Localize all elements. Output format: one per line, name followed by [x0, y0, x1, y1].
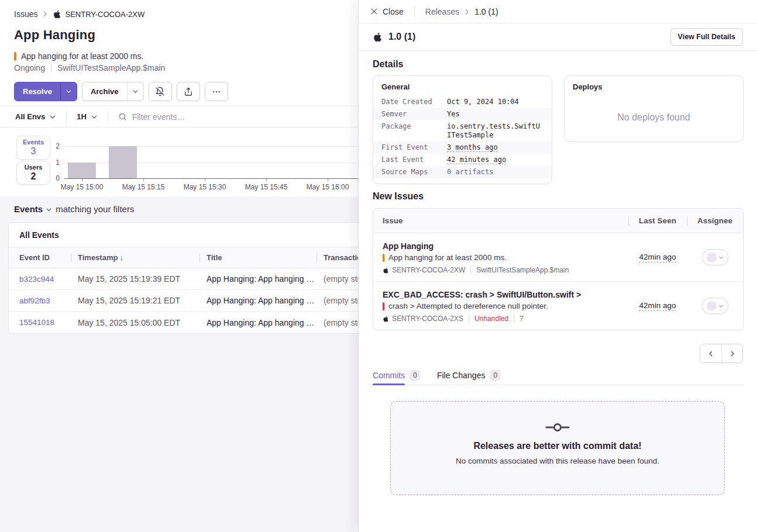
avatar	[707, 301, 717, 311]
general-row: Package io.sentry.tests.SwiftUITestSampl…	[373, 120, 552, 141]
resolve-button[interactable]: Resolve	[15, 82, 60, 101]
search-icon	[118, 112, 127, 121]
events-count-label: Events	[23, 139, 44, 146]
last-event-value: 42 minutes ago	[447, 156, 506, 164]
issue-meta: SENTRY-COCOA-2XS Unhandled ?	[383, 315, 624, 323]
divider	[470, 267, 471, 274]
release-title: 1.0 (1)	[388, 32, 415, 42]
chevron-down-icon	[66, 88, 72, 95]
new-issues-header: Issue Last Seen Assignee	[373, 209, 743, 233]
chevron-down-icon	[49, 113, 56, 120]
assignee-dropdown[interactable]	[702, 298, 728, 314]
new-issues-heading: New Issues	[373, 191, 424, 202]
divider	[66, 110, 67, 123]
event-id-link[interactable]: b323c944	[9, 275, 71, 284]
resolve-dropdown-button[interactable]	[60, 82, 77, 101]
column-timestamp[interactable]: Timestamp↓	[71, 253, 199, 262]
assignee-dropdown[interactable]	[702, 249, 728, 265]
column-event-id[interactable]: Event ID	[9, 253, 71, 262]
issue-message: App hanging for at least 2000 ms.	[383, 253, 624, 262]
general-row-label: Package	[381, 122, 447, 140]
issue-title-link[interactable]: EXC_BAD_ACCESS: crash > SwiftUI/Button.s…	[383, 289, 624, 300]
issue-message-text: App hanging for at least 2000 ms.	[21, 51, 143, 61]
last-seen-cell: 42min ago	[628, 233, 687, 281]
chart-x-tick	[82, 179, 82, 181]
general-row-value: io.sentry.tests.SwiftUITestSample	[447, 122, 543, 140]
bell-slash-icon	[155, 87, 165, 96]
event-id-link[interactable]: 15541018	[9, 318, 71, 327]
chart-x-tick-label: May 15 15:30	[176, 183, 234, 191]
breadcrumb-project[interactable]: SENTRY-COCOA-2XW	[53, 10, 144, 19]
divider	[51, 64, 51, 72]
empty-state-title: Releases are better with commit data!	[391, 441, 724, 451]
new-issue-row: EXC_BAD_ACCESS: crash > SwiftUI/Button.s…	[373, 282, 743, 330]
project-slug: SENTRY-COCOA-2XW	[392, 266, 465, 274]
resolve-split-button: Resolve	[14, 82, 77, 101]
previous-page-button[interactable]	[700, 344, 721, 362]
drawer-breadcrumb: Releases 1.0 (1)	[425, 7, 498, 16]
assignee-cell	[687, 282, 743, 330]
events-heading-suffix: matching your filters	[56, 204, 134, 214]
archive-button[interactable]: Archive	[82, 82, 127, 101]
last-seen-value: 42min ago	[639, 253, 676, 262]
users-count-label: Users	[25, 164, 43, 171]
chart-bar	[68, 163, 96, 179]
archive-dropdown-button[interactable]	[127, 82, 143, 101]
general-row-value: 42 minutes ago	[447, 156, 543, 164]
events-heading-dropdown[interactable]: Events	[14, 204, 43, 214]
date-range-selector[interactable]: 1H	[77, 112, 98, 121]
events-count-toggle[interactable]: Events 3	[16, 136, 50, 160]
chevron-down-icon	[718, 255, 724, 260]
view-full-details-button[interactable]: View Full Details	[670, 28, 743, 46]
close-drawer-button[interactable]: Close	[370, 7, 404, 16]
chevron-right-icon	[729, 350, 736, 357]
issue-message-text: crash > Attempted to dereference null po…	[388, 302, 548, 310]
divider	[514, 315, 514, 322]
chart-x-tick	[143, 179, 144, 181]
environment-selector[interactable]: All Envs	[15, 112, 56, 121]
date-range-label: 1H	[77, 112, 87, 121]
tab-commits[interactable]: Commits 0	[373, 366, 421, 385]
deploys-empty-message: No deploys found	[565, 112, 743, 123]
page-title: App Hanging	[14, 27, 95, 43]
issue-status-row: Ongoing SwiftUITestSampleApp.$main	[14, 63, 165, 72]
event-id-link[interactable]: abf92fb3	[9, 296, 71, 305]
issue-title-link[interactable]: App Hanging	[383, 241, 624, 251]
chevron-down-icon	[91, 113, 98, 120]
chevron-right-icon	[463, 8, 470, 15]
event-title: App Hanging: App hanging for at least 20…	[199, 274, 316, 284]
chart-x-tick-label: May 15 15:00	[53, 183, 111, 191]
more-actions-button[interactable]	[205, 82, 228, 101]
chart-x-axis	[64, 178, 369, 179]
next-page-button[interactable]	[721, 344, 742, 362]
chevron-down-icon	[132, 88, 139, 95]
share-button[interactable]	[177, 82, 200, 101]
environment-label: All Envs	[15, 112, 45, 121]
source-maps-link[interactable]: 0 artifacts	[447, 168, 543, 177]
drawer-body: Details General Date Created Oct 9, 2024…	[359, 51, 757, 532]
filter-events-input[interactable]: Filter events…	[118, 112, 185, 122]
general-row-value: Oct 9, 2024 10:04	[447, 98, 543, 106]
chart-x-tick-label: May 15 16:00	[298, 183, 357, 191]
new-issue-row: App Hanging App hanging for at least 200…	[373, 233, 743, 282]
mute-button[interactable]	[149, 82, 172, 101]
release-drawer: Close Releases 1.0 (1) 1.0 (1) View Full…	[358, 0, 757, 532]
events-chart: 012May 15 15:00May 15 15:15May 15 15:30M…	[64, 134, 369, 193]
apple-icon	[53, 10, 61, 19]
avatar	[707, 253, 717, 262]
chart-y-tick-label: 0	[49, 174, 60, 182]
divider	[469, 315, 469, 322]
issue-culprit: SwiftUITestSampleApp.$main	[57, 63, 165, 72]
breadcrumb-releases-link[interactable]: Releases	[425, 7, 459, 16]
issue-level-indicator	[383, 254, 384, 262]
chart-stat-toggles: Events 3 Users 2	[16, 136, 50, 186]
ellipsis-icon	[212, 87, 221, 96]
breadcrumb-issues-link[interactable]: Issues	[14, 9, 37, 19]
sort-descending-icon: ↓	[119, 253, 123, 262]
events-count-value: 3	[31, 146, 36, 157]
tab-file-changes[interactable]: File Changes 0	[437, 366, 501, 385]
project-slug: SENTRY-COCOA-2XS	[392, 315, 463, 323]
users-count-toggle[interactable]: Users 2	[16, 161, 50, 185]
column-title[interactable]: Title	[199, 253, 316, 262]
tab-commits-label: Commits	[373, 366, 405, 385]
